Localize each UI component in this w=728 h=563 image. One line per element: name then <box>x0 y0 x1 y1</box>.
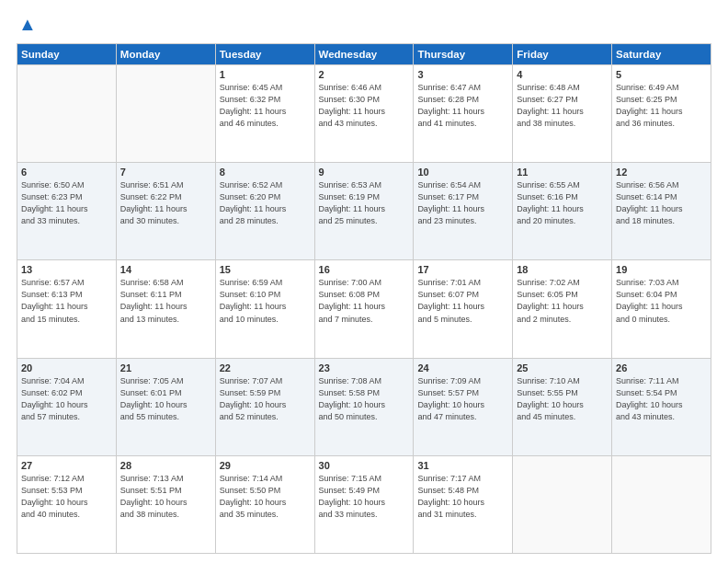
day-detail: Sunrise: 7:15 AM Sunset: 5:49 PM Dayligh… <box>319 473 410 521</box>
day-detail: Sunrise: 6:53 AM Sunset: 6:19 PM Dayligh… <box>319 179 410 227</box>
calendar-cell <box>513 455 612 553</box>
calendar-cell <box>116 65 215 163</box>
day-number: 25 <box>517 362 608 373</box>
day-detail: Sunrise: 7:02 AM Sunset: 6:05 PM Dayligh… <box>517 277 608 325</box>
day-detail: Sunrise: 7:11 AM Sunset: 5:54 PM Dayligh… <box>616 375 707 423</box>
day-number: 10 <box>417 167 508 178</box>
day-number: 16 <box>319 264 410 275</box>
calendar-cell: 28Sunrise: 7:13 AM Sunset: 5:51 PM Dayli… <box>116 455 215 553</box>
day-number: 3 <box>417 69 508 80</box>
day-detail: Sunrise: 7:00 AM Sunset: 6:08 PM Dayligh… <box>319 277 410 325</box>
day-number: 13 <box>21 264 112 275</box>
calendar-week-row: 27Sunrise: 7:12 AM Sunset: 5:53 PM Dayli… <box>17 455 711 553</box>
calendar-cell <box>17 65 117 163</box>
calendar-cell: 1Sunrise: 6:45 AM Sunset: 6:32 PM Daylig… <box>215 65 314 163</box>
page: ▲ SundayMondayTuesdayWednesdayThursdayFr… <box>0 0 728 563</box>
day-detail: Sunrise: 6:59 AM Sunset: 6:10 PM Dayligh… <box>220 277 311 325</box>
day-detail: Sunrise: 6:57 AM Sunset: 6:13 PM Dayligh… <box>21 277 112 325</box>
calendar-header-row: SundayMondayTuesdayWednesdayThursdayFrid… <box>17 44 711 65</box>
calendar-cell: 30Sunrise: 7:15 AM Sunset: 5:49 PM Dayli… <box>314 455 414 553</box>
day-number: 9 <box>319 167 410 178</box>
logo: ▲ <box>17 14 37 34</box>
weekday-header: Wednesday <box>314 44 414 65</box>
weekday-header: Saturday <box>612 44 711 65</box>
calendar-cell: 4Sunrise: 6:48 AM Sunset: 6:27 PM Daylig… <box>513 65 612 163</box>
calendar-cell: 13Sunrise: 6:57 AM Sunset: 6:13 PM Dayli… <box>17 260 117 358</box>
calendar-cell: 5Sunrise: 6:49 AM Sunset: 6:25 PM Daylig… <box>612 65 711 163</box>
day-detail: Sunrise: 6:58 AM Sunset: 6:11 PM Dayligh… <box>120 277 211 325</box>
calendar-cell: 2Sunrise: 6:46 AM Sunset: 6:30 PM Daylig… <box>314 65 414 163</box>
calendar-cell: 11Sunrise: 6:55 AM Sunset: 6:16 PM Dayli… <box>513 163 612 260</box>
day-number: 8 <box>220 167 311 178</box>
day-number: 17 <box>417 264 508 275</box>
calendar-cell: 6Sunrise: 6:50 AM Sunset: 6:23 PM Daylig… <box>17 163 117 260</box>
calendar-cell: 31Sunrise: 7:17 AM Sunset: 5:48 PM Dayli… <box>414 455 513 553</box>
day-number: 30 <box>319 460 410 471</box>
calendar-week-row: 13Sunrise: 6:57 AM Sunset: 6:13 PM Dayli… <box>17 260 711 358</box>
day-detail: Sunrise: 7:13 AM Sunset: 5:51 PM Dayligh… <box>120 473 211 521</box>
day-number: 23 <box>319 362 410 373</box>
day-number: 18 <box>517 264 608 275</box>
day-detail: Sunrise: 6:50 AM Sunset: 6:23 PM Dayligh… <box>21 179 112 227</box>
calendar-cell: 25Sunrise: 7:10 AM Sunset: 5:55 PM Dayli… <box>513 358 612 455</box>
calendar-cell <box>612 455 711 553</box>
logo-bird-icon: ▲ <box>18 14 37 34</box>
day-detail: Sunrise: 7:05 AM Sunset: 6:01 PM Dayligh… <box>120 375 211 423</box>
day-number: 2 <box>319 69 410 80</box>
weekday-header: Monday <box>116 44 215 65</box>
calendar-cell: 3Sunrise: 6:47 AM Sunset: 6:28 PM Daylig… <box>414 65 513 163</box>
day-number: 26 <box>616 362 707 373</box>
calendar-cell: 12Sunrise: 6:56 AM Sunset: 6:14 PM Dayli… <box>612 163 711 260</box>
day-detail: Sunrise: 7:04 AM Sunset: 6:02 PM Dayligh… <box>21 375 112 423</box>
day-number: 5 <box>616 69 707 80</box>
calendar-cell: 9Sunrise: 6:53 AM Sunset: 6:19 PM Daylig… <box>314 163 414 260</box>
day-detail: Sunrise: 6:56 AM Sunset: 6:14 PM Dayligh… <box>616 179 707 227</box>
day-detail: Sunrise: 7:09 AM Sunset: 5:57 PM Dayligh… <box>417 375 508 423</box>
calendar-cell: 21Sunrise: 7:05 AM Sunset: 6:01 PM Dayli… <box>116 358 215 455</box>
day-number: 1 <box>220 69 311 80</box>
day-number: 11 <box>517 167 608 178</box>
day-number: 7 <box>120 167 211 178</box>
day-number: 29 <box>220 460 311 471</box>
day-detail: Sunrise: 6:55 AM Sunset: 6:16 PM Dayligh… <box>517 179 608 227</box>
weekday-header: Tuesday <box>215 44 314 65</box>
day-number: 6 <box>21 167 112 178</box>
day-detail: Sunrise: 7:10 AM Sunset: 5:55 PM Dayligh… <box>517 375 608 423</box>
day-detail: Sunrise: 6:45 AM Sunset: 6:32 PM Dayligh… <box>220 82 311 130</box>
day-detail: Sunrise: 7:14 AM Sunset: 5:50 PM Dayligh… <box>220 473 311 521</box>
calendar-cell: 22Sunrise: 7:07 AM Sunset: 5:59 PM Dayli… <box>215 358 314 455</box>
calendar-cell: 17Sunrise: 7:01 AM Sunset: 6:07 PM Dayli… <box>414 260 513 358</box>
day-detail: Sunrise: 6:48 AM Sunset: 6:27 PM Dayligh… <box>517 82 608 130</box>
weekday-header: Sunday <box>17 44 117 65</box>
day-detail: Sunrise: 7:03 AM Sunset: 6:04 PM Dayligh… <box>616 277 707 325</box>
day-detail: Sunrise: 7:12 AM Sunset: 5:53 PM Dayligh… <box>21 473 112 521</box>
day-number: 12 <box>616 167 707 178</box>
day-detail: Sunrise: 7:01 AM Sunset: 6:07 PM Dayligh… <box>417 277 508 325</box>
day-number: 15 <box>220 264 311 275</box>
calendar-week-row: 6Sunrise: 6:50 AM Sunset: 6:23 PM Daylig… <box>17 163 711 260</box>
calendar-cell: 27Sunrise: 7:12 AM Sunset: 5:53 PM Dayli… <box>17 455 117 553</box>
calendar-cell: 8Sunrise: 6:52 AM Sunset: 6:20 PM Daylig… <box>215 163 314 260</box>
day-detail: Sunrise: 6:51 AM Sunset: 6:22 PM Dayligh… <box>120 179 211 227</box>
calendar-cell: 23Sunrise: 7:08 AM Sunset: 5:58 PM Dayli… <box>314 358 414 455</box>
calendar-table: SundayMondayTuesdayWednesdayThursdayFrid… <box>17 43 711 554</box>
day-number: 22 <box>220 362 311 373</box>
weekday-header: Thursday <box>414 44 513 65</box>
day-number: 27 <box>21 460 112 471</box>
day-detail: Sunrise: 6:52 AM Sunset: 6:20 PM Dayligh… <box>220 179 311 227</box>
day-detail: Sunrise: 7:08 AM Sunset: 5:58 PM Dayligh… <box>319 375 410 423</box>
calendar-cell: 18Sunrise: 7:02 AM Sunset: 6:05 PM Dayli… <box>513 260 612 358</box>
calendar-week-row: 1Sunrise: 6:45 AM Sunset: 6:32 PM Daylig… <box>17 65 711 163</box>
day-number: 31 <box>417 460 508 471</box>
calendar-cell: 16Sunrise: 7:00 AM Sunset: 6:08 PM Dayli… <box>314 260 414 358</box>
calendar-cell: 19Sunrise: 7:03 AM Sunset: 6:04 PM Dayli… <box>612 260 711 358</box>
day-number: 19 <box>616 264 707 275</box>
day-detail: Sunrise: 6:49 AM Sunset: 6:25 PM Dayligh… <box>616 82 707 130</box>
day-number: 14 <box>120 264 211 275</box>
day-detail: Sunrise: 6:46 AM Sunset: 6:30 PM Dayligh… <box>319 82 410 130</box>
day-number: 4 <box>517 69 608 80</box>
day-detail: Sunrise: 7:17 AM Sunset: 5:48 PM Dayligh… <box>417 473 508 521</box>
day-number: 24 <box>417 362 508 373</box>
calendar-cell: 29Sunrise: 7:14 AM Sunset: 5:50 PM Dayli… <box>215 455 314 553</box>
calendar-cell: 7Sunrise: 6:51 AM Sunset: 6:22 PM Daylig… <box>116 163 215 260</box>
